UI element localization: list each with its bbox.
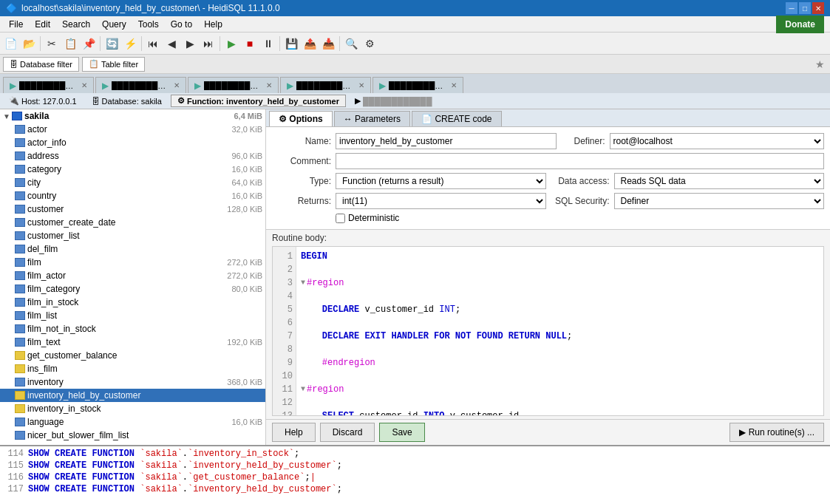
sidebar: ▼ sakila 6,4 MiB actor32,0 KiBactor_info… [0, 109, 266, 445]
conn-tab-database[interactable]: 🗄 Database: sakila [86, 96, 168, 106]
sidebar-item-ins_film[interactable]: ins_film [0, 362, 265, 375]
deterministic-label[interactable]: Deterministic [348, 213, 399, 223]
sidebar-item-get_customer_balance[interactable]: get_customer_balance [0, 349, 265, 362]
sidebar-item-actor[interactable]: actor32,0 KiB [0, 123, 265, 136]
close-button[interactable]: ✕ [812, 2, 824, 14]
sidebar-item-film_category[interactable]: film_category80,0 KiB [0, 282, 265, 296]
tb-cut-btn[interactable]: ✂ [43, 35, 61, 52]
table-filter-button[interactable]: 📋 Table filter [82, 57, 145, 72]
deterministic-checkbox[interactable] [336, 214, 345, 223]
sidebar-item-nicer_but_slower_film_list[interactable]: nicer_but_slower_film_list [0, 429, 265, 442]
sidebar-item-language[interactable]: language16,0 KiB [0, 415, 265, 429]
tab-create-code[interactable]: 📄 CREATE code [412, 111, 501, 126]
save-button[interactable]: Save [379, 423, 424, 442]
close-tab-3[interactable]: ✕ [266, 81, 272, 89]
sidebar-item-inventory_held_by_customer[interactable]: inventory_held_by_customer [0, 389, 265, 402]
sidebar-item-inventory[interactable]: inventory368,0 KiB [0, 375, 265, 389]
sidebar-item-film_actor[interactable]: film_actor272,0 KiB [0, 269, 265, 282]
menu-file[interactable]: File [3, 18, 29, 31]
sidebar-item-label: actor [27, 124, 218, 134]
log-num-117: 117 [3, 484, 24, 494]
tb-new-btn[interactable]: 📄 [1, 35, 19, 52]
sidebar-item-film_text[interactable]: film_text192,0 KiB [0, 336, 265, 349]
tab-parameters[interactable]: ↔ Parameters [334, 111, 410, 126]
menu-query[interactable]: Query [96, 18, 132, 31]
sidebar-item-category[interactable]: category16,0 KiB [0, 163, 265, 176]
sidebar-item-address[interactable]: address96,0 KiB [0, 149, 265, 163]
name-input[interactable] [336, 133, 557, 149]
query-tab-3[interactable]: ▶ ████████████ ✕ [188, 77, 279, 93]
query-tab-2[interactable]: ▶ ████████████ ✕ [95, 77, 186, 93]
tb-import-btn[interactable]: 📥 [319, 35, 337, 52]
sql-security-select[interactable]: Definer [614, 193, 825, 209]
comment-input[interactable] [336, 153, 824, 169]
sidebar-item-film_not_in_stock[interactable]: film_not_in_stock [0, 322, 265, 336]
menu-search[interactable]: Search [56, 18, 96, 31]
sidebar-item-customer_list[interactable]: customer_list [0, 229, 265, 242]
close-tab-2[interactable]: ✕ [174, 81, 180, 89]
menu-edit[interactable]: Edit [29, 18, 56, 31]
help-button[interactable]: Help [272, 423, 316, 442]
minimize-button[interactable]: ─ [786, 2, 797, 14]
sidebar-item-size: 272,0 KiB [218, 258, 262, 267]
code-content[interactable]: BEGIN ▼#region DECLARE v_customer_id INT… [296, 247, 823, 415]
tb-filter-btn[interactable]: 🔍 [342, 35, 360, 52]
sidebar-item-label: inventory_held_by_customer [27, 390, 262, 401]
conn-tab-extra[interactable]: ▶ ████████████ [349, 95, 438, 106]
tb-open-btn[interactable]: 📂 [20, 35, 38, 52]
sidebar-item-country[interactable]: country16,0 KiB [0, 189, 265, 202]
run-icon-4: ▶ [287, 81, 293, 91]
maximize-button[interactable]: □ [799, 2, 811, 14]
table-icon [15, 205, 25, 214]
sidebar-item-sakila[interactable]: ▼ sakila 6,4 MiB [0, 109, 265, 123]
tb-paste-btn[interactable]: 📌 [80, 35, 98, 52]
conn-tab-function[interactable]: ⚙ Function: inventory_held_by_customer [171, 95, 346, 107]
type-select[interactable]: Function (returns a result) [336, 173, 546, 189]
tb-stop-btn[interactable]: ■ [241, 35, 259, 52]
close-tab-1[interactable]: ✕ [81, 81, 87, 89]
run-routine-button[interactable]: ▶ Run routine(s) ... [729, 423, 824, 442]
menu-goto[interactable]: Go to [165, 18, 198, 31]
data-access-select[interactable]: Reads SQL data [614, 173, 825, 189]
query-tab-5[interactable]: ▶ ████████████ ✕ [373, 77, 463, 93]
tb-copy-btn[interactable]: 📋 [61, 35, 79, 52]
sidebar-item-city[interactable]: city64,0 KiB [0, 176, 265, 189]
donate-button[interactable]: Donate [776, 16, 824, 33]
tb-prev-btn[interactable]: ◀ [163, 35, 180, 52]
definer-select[interactable]: root@localhost [610, 133, 825, 149]
tb-conn-btn[interactable]: ⚡ [121, 35, 139, 52]
favorites-button[interactable]: ★ [812, 57, 827, 72]
sidebar-item-customer[interactable]: customer128,0 KiB [0, 202, 265, 216]
tb-next-btn[interactable]: ▶ [181, 35, 199, 52]
table-icon [15, 231, 25, 240]
query-tab-1[interactable]: ▶ ████████████ ✕ [3, 77, 94, 93]
code-editor[interactable]: 12345 678910 111213 BEGIN ▼#region DECLA… [272, 246, 824, 416]
sidebar-item-film[interactable]: film272,0 KiB [0, 256, 265, 269]
tb-run-btn[interactable]: ▶ [222, 35, 240, 52]
database-filter-button[interactable]: 🗄 Database filter [3, 57, 79, 72]
tb-refresh-btn[interactable]: 🔄 [103, 35, 120, 52]
table-icon [15, 245, 25, 253]
tb-pause-btn[interactable]: ⏸ [259, 35, 277, 52]
sidebar-item-actor_info[interactable]: actor_info [0, 136, 265, 149]
sidebar-item-film_list[interactable]: film_list [0, 309, 265, 322]
tb-first-btn[interactable]: ⏮ [144, 35, 162, 52]
sidebar-item-film_in_stock[interactable]: film_in_stock [0, 296, 265, 309]
tb-save-btn[interactable]: 💾 [282, 35, 300, 52]
discard-button[interactable]: Discard [320, 423, 375, 442]
tb-last-btn[interactable]: ⏭ [200, 35, 217, 52]
close-tab-4[interactable]: ✕ [358, 81, 364, 89]
conn-tab-host[interactable]: 🔌 Host: 127.0.0.1 [3, 95, 83, 106]
tb-export-btn[interactable]: 📤 [301, 35, 319, 52]
menu-tools[interactable]: Tools [132, 18, 165, 31]
query-tab-4[interactable]: ▶ ████████████ ✕ [280, 77, 371, 93]
tb-settings-btn[interactable]: ⚙ [361, 35, 378, 52]
sidebar-item-customer_create_date[interactable]: customer_create_date [0, 216, 265, 229]
returns-select[interactable]: int(11) [336, 193, 546, 209]
params-icon: ↔ [344, 114, 353, 124]
close-tab-5[interactable]: ✕ [451, 81, 457, 89]
sidebar-item-inventory_in_stock[interactable]: inventory_in_stock [0, 402, 265, 415]
sidebar-item-del_film[interactable]: del_film [0, 242, 265, 256]
menu-help[interactable]: Help [198, 18, 228, 31]
tab-options[interactable]: ⚙ Options [269, 111, 333, 126]
